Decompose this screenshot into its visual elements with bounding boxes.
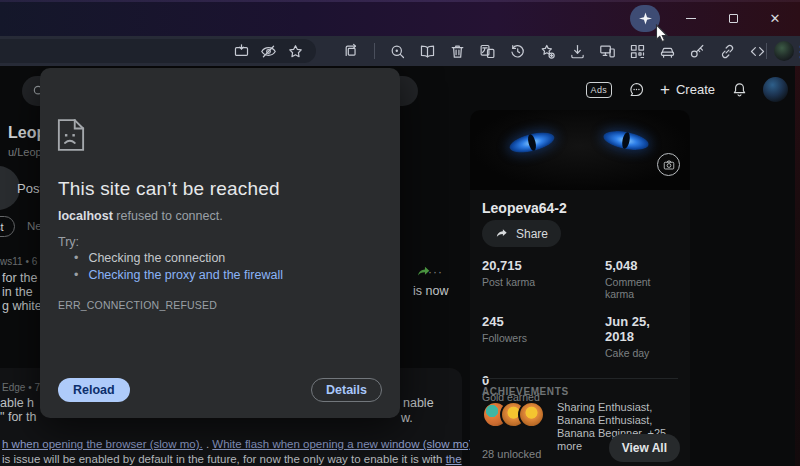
user-avatar[interactable] xyxy=(763,77,788,102)
reading-list-icon[interactable] xyxy=(418,42,436,60)
address-bar[interactable] xyxy=(0,39,316,63)
header-actions: Ads + Create xyxy=(586,77,788,102)
error-dialog: This site can’t be reached localhost ref… xyxy=(40,68,400,418)
history-icon[interactable] xyxy=(508,42,526,60)
browser-window: ✕ xyxy=(0,0,800,466)
qr-code-icon[interactable] xyxy=(628,42,646,60)
window-edge-glow xyxy=(795,66,800,466)
lens-search-icon[interactable] xyxy=(388,42,406,60)
star-badge-icon[interactable] xyxy=(538,42,556,60)
post-text-fragment: is issue will be enabled by default in t… xyxy=(2,453,446,465)
sad-file-icon xyxy=(57,118,85,152)
profile-name: Leopeva64-2 xyxy=(482,200,567,216)
suggestion-item: • Checking the proxy and the firewall xyxy=(74,268,283,282)
stat-cake-day: Jun 25, 2018 Cake day xyxy=(605,314,680,359)
code-icon[interactable] xyxy=(748,42,766,60)
extension-icons xyxy=(388,42,766,60)
chat-icon[interactable] xyxy=(627,81,645,99)
reload-button[interactable]: Reload xyxy=(58,378,130,402)
share-button[interactable]: Share xyxy=(482,220,561,247)
post-link[interactable]: h when opening the browser (slow mo). xyxy=(2,438,203,450)
toolbar-divider xyxy=(374,43,375,59)
bullet-icon: • xyxy=(74,251,78,265)
bullet-icon: • xyxy=(74,268,78,282)
bookmark-star-icon[interactable] xyxy=(286,42,304,60)
close-button[interactable]: ✕ xyxy=(754,5,796,32)
send-to-device-icon[interactable] xyxy=(232,42,250,60)
post-links-line: h when opening the browser (slow mo). . … xyxy=(2,438,505,450)
more-options-fragment[interactable]: ··· xyxy=(428,265,443,279)
share-icon xyxy=(495,227,509,241)
profile-banner-image xyxy=(470,110,690,190)
ads-badge[interactable]: Ads xyxy=(586,82,612,98)
post-text-fragment: w. xyxy=(401,411,413,425)
passwords-icon[interactable] xyxy=(688,42,706,60)
post-text-fragment: is now xyxy=(413,284,448,298)
vehicle-icon[interactable] xyxy=(658,42,676,60)
translate-icon[interactable] xyxy=(478,42,496,60)
kebab-menu-icon[interactable]: ⋮ xyxy=(793,42,800,61)
trash-icon[interactable] xyxy=(448,42,466,60)
sort-pill-fragment[interactable]: ost xyxy=(0,216,15,237)
post-links-line: is issue will be enabled by default in t… xyxy=(2,453,462,465)
post-text-fragment: for the xyxy=(2,271,37,285)
view-all-button[interactable]: View All xyxy=(609,434,680,462)
post-meta-fragment: ws11 • 6 d xyxy=(0,256,46,267)
toolbar-divider xyxy=(766,43,767,59)
stat-post-karma: 20,715 Post karma xyxy=(482,258,605,300)
achievements-heading: ACHIEVEMENTS xyxy=(482,386,569,397)
error-title: This site can’t be reached xyxy=(58,178,280,200)
download-icon[interactable] xyxy=(568,42,586,60)
cat-eye-left xyxy=(508,129,557,157)
mouse-cursor xyxy=(655,24,668,44)
post-link[interactable]: White flash when opening a new window (s… xyxy=(212,438,475,450)
minimize-icon xyxy=(686,18,696,19)
devices-icon[interactable] xyxy=(598,42,616,60)
minimize-button[interactable] xyxy=(670,5,712,32)
close-icon: ✕ xyxy=(770,11,781,26)
suggestion-item: • Checking the connection xyxy=(74,251,225,265)
sparkle-icon xyxy=(639,12,652,25)
plus-icon: + xyxy=(660,81,670,98)
card-divider xyxy=(482,378,678,379)
bell-icon[interactable] xyxy=(730,81,748,99)
tab-restore-icon[interactable] xyxy=(342,42,360,60)
share-label: Share xyxy=(516,227,548,241)
achievements-unlocked-count: 28 unlocked xyxy=(482,448,541,460)
profile-subtitle-fragment: u/Leop xyxy=(8,146,42,158)
cat-eye-right xyxy=(602,128,650,153)
proxy-firewall-link[interactable]: Checking the proxy and the firewall xyxy=(88,268,283,282)
error-message: localhost refused to connect. xyxy=(58,209,223,223)
post-text-fragment: " for th xyxy=(0,410,36,424)
post-text-fragment: able h xyxy=(0,396,34,410)
browser-toolbar: ⋮ xyxy=(0,36,800,66)
post-text-fragment: g white xyxy=(2,299,42,313)
create-button[interactable]: + Create xyxy=(660,81,715,98)
maximize-button[interactable] xyxy=(712,5,754,32)
reddit-page: Ads + Create Leop u/Leop Post ost New ws… xyxy=(0,66,800,466)
camera-icon xyxy=(663,159,675,171)
link-icon[interactable] xyxy=(718,42,736,60)
eye-off-icon[interactable] xyxy=(259,42,277,60)
window-titlebar: ✕ xyxy=(0,0,800,36)
stat-followers: 245 Followers xyxy=(482,314,605,359)
error-code: ERR_CONNECTION_REFUSED xyxy=(58,299,217,311)
maximize-icon xyxy=(729,14,738,23)
create-label: Create xyxy=(676,82,715,97)
edit-banner-button[interactable] xyxy=(657,153,680,176)
details-button[interactable]: Details xyxy=(311,378,382,402)
stat-comment-karma: 5,048 Comment karma xyxy=(605,258,680,300)
profile-stats: 20,715 Post karma 5,048 Comment karma 24… xyxy=(482,258,680,403)
profile-card: Leopeva64-2 Share 20,715 Post karma 5,04… xyxy=(470,110,690,466)
browser-profile-avatar[interactable] xyxy=(774,41,794,61)
link-separator: . xyxy=(203,438,213,450)
achievement-badges xyxy=(482,401,545,428)
post-text-fragment: nable xyxy=(403,396,434,410)
achievement-badge-icon xyxy=(518,401,545,428)
error-try-label: Try: xyxy=(58,235,79,249)
post-text-fragment: in the xyxy=(2,285,33,299)
error-host: localhost xyxy=(58,209,113,223)
post-link[interactable]: the xyxy=(446,453,462,465)
